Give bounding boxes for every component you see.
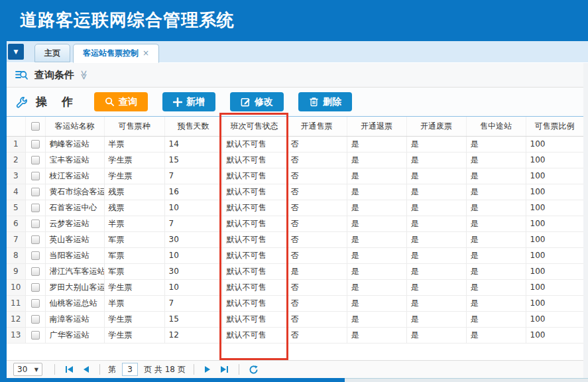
prev-page-button[interactable]: [84, 366, 89, 373]
table-row[interactable]: 11仙桃客运总站半票7默认不可售否是是是100: [7, 295, 583, 311]
cell-schedule-status: 默认不可售: [222, 327, 286, 343]
edit-button[interactable]: 修改: [230, 92, 284, 111]
row-checkbox[interactable]: [31, 188, 40, 196]
refresh-button[interactable]: [249, 365, 259, 375]
query-button[interactable]: 查询: [94, 92, 148, 111]
first-page-button[interactable]: [66, 366, 73, 373]
cell-schedule-status: 默认不可售: [222, 231, 286, 247]
cell-ticket-type: 半票: [104, 216, 164, 231]
cell-refund-open: 是: [347, 247, 406, 263]
divider: [54, 364, 55, 375]
row-checkbox[interactable]: [31, 283, 40, 292]
tab-home[interactable]: 主页: [34, 44, 70, 62]
collapse-chevron-icon[interactable]: ≫: [79, 70, 89, 80]
column-header-void-open[interactable]: 开通废票: [406, 117, 466, 136]
cell-presale-days: 12: [164, 327, 222, 343]
row-checkbox[interactable]: [31, 140, 40, 149]
cell-sale-open: 否: [286, 200, 347, 216]
row-checkbox[interactable]: [31, 267, 40, 276]
row-number: 5: [7, 200, 25, 216]
table-row[interactable]: 2宝丰客运站学生票15默认不可售否是是是100: [7, 152, 583, 168]
cell-void-open: 是: [406, 200, 466, 216]
column-header-sale-open[interactable]: 开通售票: [286, 117, 347, 136]
row-number: 3: [7, 168, 25, 184]
row-checkbox[interactable]: [31, 235, 40, 244]
table-row[interactable]: 5石首客运中心残票10默认不可售否是是是100: [7, 200, 583, 216]
table-row[interactable]: 10罗田大别山客运站学生票10默认不可售否是是是100: [7, 279, 583, 295]
row-checkbox[interactable]: [31, 204, 40, 212]
datagrid: 客运站名称可售票种预售天数班次可售状态开通售票开通退票开通废票售中途站可售票比例…: [7, 116, 583, 360]
app-window: 道路客运联网综合管理系统 ▼ 主页 客运站售票控制×: [0, 0, 588, 382]
table-row[interactable]: 12南漳客运站学生票15默认不可售否是是是100: [7, 311, 583, 327]
cell-presale-days: 10: [164, 279, 222, 295]
table-row[interactable]: 13广华客运站学生票12默认不可售否是是是100: [7, 327, 583, 343]
cell-refund-open: 是: [347, 168, 406, 184]
column-header-presale-days[interactable]: 预售天数: [164, 117, 222, 136]
table-row[interactable]: 9潜江汽车客运站军票30默认不可售是是是是100: [7, 263, 583, 279]
table-row[interactable]: 6云梦客运站半票7默认不可售否是是是100: [7, 216, 583, 231]
column-header-station-name[interactable]: 客运站名称: [45, 117, 104, 136]
column-header-refund-open[interactable]: 开通退票: [347, 117, 406, 136]
page-size-select[interactable]: 30 ▼: [13, 363, 42, 376]
table-row[interactable]: 7英山客运站军票30默认不可售否是是是100: [7, 231, 583, 247]
edit-icon: [241, 97, 251, 107]
tab-home-label: 主页: [44, 48, 60, 58]
cell-station-name: 鹤峰客运站: [45, 136, 104, 152]
page-size-value: 30: [17, 365, 27, 374]
row-checkbox[interactable]: [31, 315, 40, 324]
cell-presale-days: 16: [164, 184, 222, 200]
column-header-ticket-type[interactable]: 可售票种: [104, 117, 164, 136]
next-page-button[interactable]: [205, 366, 210, 373]
row-checkbox[interactable]: [31, 251, 40, 260]
row-checkbox[interactable]: [31, 331, 40, 340]
cell-void-open: 是: [406, 152, 466, 168]
column-header-midway-sale[interactable]: 售中途站: [466, 117, 526, 136]
row-checkbox[interactable]: [31, 299, 40, 308]
cell-ratio: 100: [526, 327, 583, 343]
cell-ticket-type: 学生票: [104, 279, 164, 295]
last-page-icon: [227, 366, 228, 373]
cell-refund-open: 是: [347, 311, 406, 327]
row-checkbox[interactable]: [31, 156, 40, 164]
row-checkbox[interactable]: [31, 220, 40, 228]
cell-ratio: 100: [526, 263, 583, 279]
page-number-input[interactable]: [122, 363, 138, 376]
query-conditions-panel[interactable]: 查询条件 ≫: [7, 63, 583, 88]
cell-schedule-status: 默认不可售: [222, 311, 286, 327]
row-checkbox-cell: [25, 184, 45, 200]
row-checkbox-cell: [25, 231, 45, 247]
bottom-frame-strip-end: [345, 378, 588, 382]
tab-list-dropdown-button[interactable]: ▼: [8, 44, 24, 60]
chevron-down-icon: ▼: [34, 367, 38, 373]
column-header-schedule-status[interactable]: 班次可售状态: [222, 117, 286, 136]
table-row[interactable]: 8当阳客运站军票10默认不可售否是是是100: [7, 247, 583, 263]
table-row[interactable]: 3枝江客运站学生票7默认不可售否是是是100: [7, 168, 583, 184]
row-number: 13: [7, 327, 25, 343]
cell-station-name: 英山客运站: [45, 231, 104, 247]
cell-midway-sale: 是: [466, 200, 526, 216]
column-header-ratio[interactable]: 可售票比例: [526, 117, 583, 136]
table-row[interactable]: 4黄石市综合客运站残票16默认不可售否是是是100: [7, 184, 583, 200]
station-ticket-table: 客运站名称可售票种预售天数班次可售状态开通售票开通退票开通废票售中途站可售票比例…: [7, 117, 583, 344]
delete-button[interactable]: 删除: [298, 92, 352, 111]
last-page-button[interactable]: [221, 366, 228, 373]
cell-schedule-status: 默认不可售: [222, 184, 286, 200]
row-checkbox-cell: [25, 216, 45, 231]
cell-presale-days: 10: [164, 247, 222, 263]
triangle-left-icon: [84, 366, 89, 373]
cell-station-name: 云梦客运站: [45, 216, 104, 231]
close-icon[interactable]: ×: [143, 48, 149, 58]
cell-schedule-status: 默认不可售: [222, 136, 286, 152]
cell-void-open: 是: [406, 247, 466, 263]
row-checkbox[interactable]: [31, 172, 40, 180]
select-all-checkbox[interactable]: [31, 122, 40, 131]
operations-toolbar: 操 作 查询 新增 修改: [7, 88, 583, 116]
cell-refund-open: 是: [347, 263, 406, 279]
add-button[interactable]: 新增: [162, 92, 215, 111]
cell-schedule-status: 默认不可售: [222, 200, 286, 216]
table-row[interactable]: 1鹤峰客运站半票14默认不可售否是是是100: [7, 136, 583, 152]
cell-sale-open: 否: [286, 184, 347, 200]
tab-ticket-control[interactable]: 客运站售票控制×: [73, 44, 159, 63]
page-label-suffix: 页 共 18 页: [144, 364, 186, 375]
row-checkbox-cell: [25, 295, 45, 311]
